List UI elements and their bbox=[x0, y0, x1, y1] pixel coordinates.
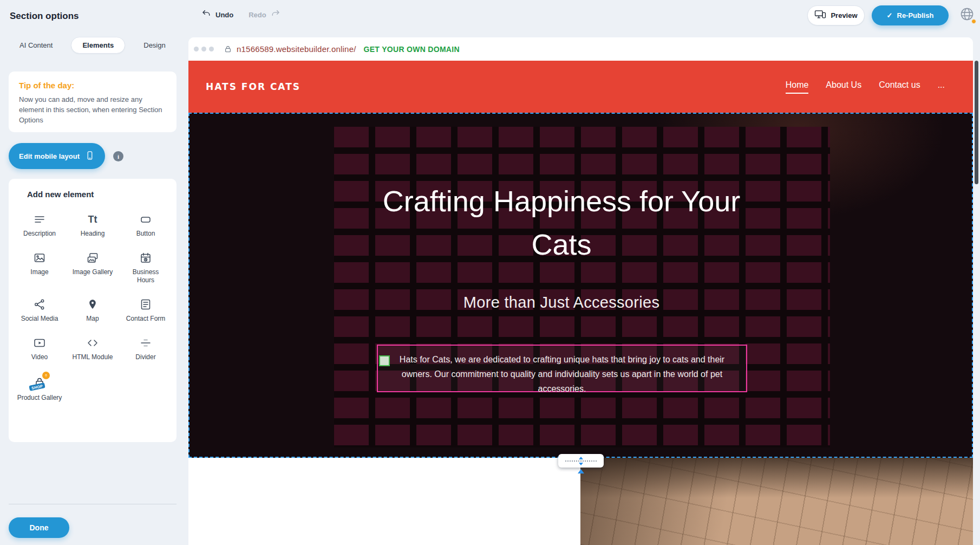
done-button[interactable]: Done bbox=[9, 517, 69, 538]
site-logo[interactable]: HATS FOR CATS bbox=[206, 81, 300, 92]
republish-button[interactable]: ✓ Re-Publish bbox=[872, 5, 949, 25]
element-button[interactable]: Button bbox=[119, 210, 172, 240]
element-map[interactable]: Map bbox=[66, 295, 119, 325]
element-label: Button bbox=[136, 230, 155, 238]
add-new-element-card: Add new element Description Tt Heading B… bbox=[9, 179, 177, 442]
divider-icon bbox=[139, 335, 152, 351]
element-label: Description bbox=[23, 230, 56, 238]
page-scrollbar[interactable] bbox=[975, 61, 978, 184]
get-domain-link[interactable]: GET YOUR OWN DOMAIN bbox=[364, 45, 460, 54]
element-business-hours[interactable]: Business Hours bbox=[119, 248, 172, 287]
app-root: Section options Undo Redo Preview ✓ bbox=[0, 0, 980, 545]
image-gallery-icon bbox=[86, 250, 99, 265]
html-code-icon bbox=[86, 335, 99, 351]
sidebar-divider bbox=[9, 504, 177, 504]
browser-chrome: n1566589.websitebuilder.online/ GET YOUR… bbox=[188, 37, 973, 61]
element-label: HTML Module bbox=[73, 353, 113, 361]
element-social-media[interactable]: Social Media bbox=[13, 295, 66, 325]
product-gallery-icon: SHOP bbox=[30, 374, 49, 391]
tip-of-the-day-card: Tip of the day: Now you can add, move an… bbox=[9, 72, 177, 132]
edit-mobile-layout-button[interactable]: Edit mobile layout bbox=[9, 143, 105, 169]
redo-label: Redo bbox=[249, 11, 266, 19]
element-label: Contact Form bbox=[126, 315, 166, 323]
window-dot bbox=[209, 47, 214, 51]
element-video[interactable]: Video bbox=[13, 333, 66, 364]
undo-label: Undo bbox=[215, 11, 233, 19]
sidebar-tabs: AI Content Elements Design bbox=[14, 37, 171, 54]
video-icon bbox=[33, 335, 46, 351]
contact-form-icon bbox=[139, 297, 152, 312]
element-description[interactable]: Description bbox=[13, 210, 66, 240]
page-title: Section options bbox=[10, 11, 79, 22]
tab-design[interactable]: Design bbox=[138, 37, 171, 53]
window-dot bbox=[194, 47, 199, 51]
element-label: Divider bbox=[135, 353, 155, 361]
element-image[interactable]: Image bbox=[13, 248, 66, 287]
drag-up-arrow-icon bbox=[578, 469, 584, 473]
redo-button[interactable]: Redo bbox=[249, 9, 280, 21]
element-heading[interactable]: Tt Heading bbox=[66, 210, 119, 240]
section-height-resize-handle[interactable] bbox=[558, 454, 604, 468]
element-label: Business Hours bbox=[123, 268, 168, 284]
next-section-image[interactable] bbox=[580, 458, 973, 545]
resize-handle-left[interactable] bbox=[379, 355, 390, 366]
image-icon bbox=[33, 250, 46, 265]
tip-body: Now you can add, move and resize any ele… bbox=[19, 95, 166, 126]
republish-label: Re-Publish bbox=[897, 11, 934, 20]
hero-paragraph[interactable]: Hats for Cats, we are dedicated to craft… bbox=[378, 346, 746, 404]
tab-ai-content[interactable]: AI Content bbox=[14, 37, 58, 53]
site-nav: Home About Us Contact us ... bbox=[786, 80, 945, 94]
language-globe-button[interactable] bbox=[956, 4, 978, 26]
button-icon bbox=[139, 212, 152, 227]
element-label: Heading bbox=[81, 230, 105, 238]
info-icon[interactable]: i bbox=[113, 151, 123, 161]
nav-more-icon[interactable]: ... bbox=[938, 80, 945, 94]
heading-icon: Tt bbox=[88, 212, 97, 227]
selected-text-element[interactable]: Hats for Cats, we are dedicated to craft… bbox=[377, 345, 747, 392]
phone-icon bbox=[85, 150, 95, 163]
element-html-module[interactable]: HTML Module bbox=[66, 333, 119, 364]
upgrade-badge-icon bbox=[42, 372, 50, 379]
hero-section-selected[interactable]: Crafting Happiness for Your Cats More th… bbox=[188, 113, 973, 458]
window-dot bbox=[201, 47, 206, 51]
arrow-down-icon bbox=[579, 463, 583, 465]
undo-icon bbox=[201, 9, 212, 21]
element-contact-form[interactable]: Contact Form bbox=[119, 295, 172, 325]
site-url[interactable]: n1566589.websitebuilder.online/ bbox=[237, 44, 356, 54]
element-product-gallery[interactable]: SHOP Product Gallery bbox=[13, 372, 66, 404]
devices-icon bbox=[814, 10, 826, 21]
dotted-line bbox=[565, 460, 597, 462]
nav-contact-us[interactable]: Contact us bbox=[879, 80, 920, 94]
redo-icon bbox=[270, 9, 280, 21]
business-hours-icon bbox=[139, 250, 152, 265]
nav-about-us[interactable]: About Us bbox=[826, 80, 861, 94]
element-label: Image Gallery bbox=[73, 268, 113, 276]
description-icon bbox=[33, 212, 46, 227]
element-image-gallery[interactable]: Image Gallery bbox=[66, 248, 119, 287]
social-media-icon bbox=[33, 297, 46, 312]
check-icon: ✓ bbox=[887, 11, 893, 20]
lock-icon bbox=[224, 44, 232, 54]
hero-subheading[interactable]: More than Just Accessories bbox=[336, 294, 787, 312]
preview-label: Preview bbox=[831, 11, 857, 20]
history-controls: Undo Redo bbox=[201, 9, 280, 21]
nav-home[interactable]: Home bbox=[786, 80, 809, 94]
element-label: Product Gallery bbox=[17, 394, 62, 402]
edit-mobile-label: Edit mobile layout bbox=[19, 152, 80, 160]
tip-title: Tip of the day: bbox=[19, 81, 166, 90]
top-bar: Section options Undo Redo Preview ✓ bbox=[0, 0, 980, 31]
arrow-up-icon bbox=[579, 457, 583, 459]
add-new-element-title: Add new element bbox=[13, 190, 172, 199]
tab-elements[interactable]: Elements bbox=[71, 37, 125, 54]
preview-button[interactable]: Preview bbox=[807, 5, 865, 25]
notification-dot bbox=[971, 19, 976, 24]
window-dots bbox=[194, 47, 214, 51]
map-pin-icon bbox=[86, 297, 99, 312]
site-preview-window: n1566589.websitebuilder.online/ GET YOUR… bbox=[188, 37, 973, 545]
site-header[interactable]: HATS FOR CATS Home About Us Contact us .… bbox=[188, 61, 973, 113]
element-divider[interactable]: Divider bbox=[119, 333, 172, 364]
undo-button[interactable]: Undo bbox=[201, 9, 233, 21]
hero-heading[interactable]: Crafting Happiness for Your Cats bbox=[336, 180, 787, 267]
element-label: Video bbox=[31, 353, 48, 361]
element-label: Social Media bbox=[21, 315, 58, 323]
